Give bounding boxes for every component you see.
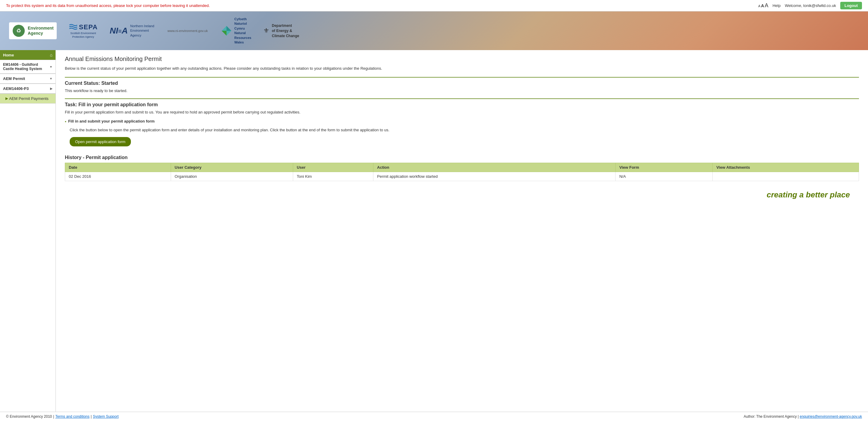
open-permit-application-form-button[interactable]: Open permit application form [70,137,131,146]
footer-author: Author: The Environment Agency [744,415,797,419]
footer: © Environment Agency 2010 | Terms and co… [0,412,868,421]
history-table-body: 02 Dec 2016OrganisationToni KimPermit ap… [65,172,859,181]
history-table-header-row: Date User Category User Action View Form… [65,163,859,172]
task-description: Click the button below to open the permi… [70,127,859,133]
niea-url: www.ni-environment.gov.uk [166,29,209,33]
table-row: 02 Dec 2016OrganisationToni KimPermit ap… [65,172,859,181]
warning-text: To protect this system and its data from… [6,3,210,8]
footer-left: © Environment Agency 2010 | Terms and co… [6,415,119,419]
col-date: Date [65,163,171,172]
ea-text: EnvironmentAgency [28,26,54,36]
svg-marker-5 [222,31,226,36]
task-divider [65,98,859,99]
footer-right: Author: The Environment Agency | enquiri… [744,415,862,419]
col-user: User [293,163,373,172]
font-size-medium[interactable]: A [761,3,764,8]
header-banner: ♻ EnvironmentAgency SEPA Scottish Enviro… [0,11,868,50]
sepa-subtitle: Scottish EnvironmentProtection Agency [70,32,96,39]
top-right-controls: A A A Help Welcome, tonik@sfwltd.co.uk L… [758,2,862,9]
current-status-divider [65,77,859,78]
system-support-link[interactable]: System Support [93,415,119,419]
sidebar-item-aem14406p3[interactable]: AEM14406-P3 ▶ [0,84,56,93]
font-size-large[interactable]: A [765,2,768,9]
chevron-down-icon: ▼ [50,65,53,68]
niea-logo: NI≡A Northern IrelandEnvironmentAgency [110,24,154,38]
task-bullet-text: Fill in and submit your permit applicati… [68,119,155,123]
col-view-attachments: View Attachments [713,163,859,172]
history-table: Date User Category User Action View Form… [65,163,859,181]
home-icon: ⌂ [50,53,53,57]
history-title: History - Permit application [65,155,859,160]
svg-marker-4 [226,26,231,31]
cell-user-category: Organisation [171,172,293,181]
task-intro: Fill in your permit application form and… [65,109,859,115]
sidebar-item-home[interactable]: Home ⌂ [0,50,56,60]
current-status-title: Current Status: Started [65,81,859,86]
sepa-title: SEPA [79,23,98,31]
task-bullet: • Fill in and submit your permit applica… [65,119,859,124]
cnrw-diamond-icon [221,25,232,36]
col-user-category: User Category [171,163,293,172]
intro-text: Below is the current status of your perm… [65,65,859,72]
main-layout: Home ⌂ EM14406 - Guildford Castle Heatin… [0,50,868,412]
warning-bar: To protect this system and its data from… [0,0,868,11]
aem14406p3-label: AEM14406-P3 [3,86,29,91]
sepa-logo: SEPA Scottish EnvironmentProtection Agen… [69,23,98,39]
aem-permit-payments-label: AEM Permit Payments [9,96,49,101]
bullet-dot-icon: • [65,119,66,124]
main-content: Annual Emissions Monitoring Permit Below… [56,50,868,412]
terms-and-conditions-link[interactable]: Terms and conditions [55,415,89,419]
page-title: Annual Emissions Monitoring Permit [65,56,859,62]
sidebar: Home ⌂ EM14406 - Guildford Castle Heatin… [0,50,56,412]
sidebar-item-aem-permit[interactable]: AEM Permit ▼ [0,74,56,84]
chevron-down-icon-2: ▼ [50,77,53,80]
cell-action: Permit application workflow started [373,172,616,181]
logout-button[interactable]: Logout [840,2,862,9]
em14406-label: EM14406 - Guildford Castle Heating Syste… [3,62,50,71]
home-label: Home [3,53,14,57]
history-table-header: Date User Category User Action View Form… [65,163,859,172]
sepa-waves-icon [69,23,78,32]
current-status-text: This workflow is ready to be started. [65,88,859,94]
footer-email-link[interactable]: enquiries@environment-agency.gov.uk [800,415,862,419]
decc-crest-icon: ⚜ [263,27,269,35]
ea-icon: ♻ [12,24,25,37]
cell-view-form: N/A [616,172,713,181]
niea-text: Northern IrelandEnvironmentAgency [130,24,154,38]
font-size-controls: A A A [758,2,768,9]
font-size-small[interactable]: A [758,4,760,8]
sidebar-item-em14406[interactable]: EM14406 - Guildford Castle Heating Syste… [0,60,56,74]
decc-logo: ⚜ Departmentof Energy &Climate Change [263,23,299,38]
task-title: Task: Fill in your permit application fo… [65,102,859,108]
svg-text:♻: ♻ [16,28,21,34]
col-action: Action [373,163,616,172]
environment-agency-logo: ♻ EnvironmentAgency [9,22,57,39]
arrow-right-icon: ▶ [5,96,8,101]
cell-view-attachments [713,172,859,181]
help-link[interactable]: Help [772,3,780,8]
sidebar-item-aem-permit-payments[interactable]: ▶ AEM Permit Payments [0,93,56,104]
cell-date: 02 Dec 2016 [65,172,171,181]
cnrw-text: CyfoethNaturiolCymruNaturalResourcesWale… [234,17,251,45]
cnrw-logo: CyfoethNaturiolCymruNaturalResourcesWale… [221,17,251,45]
decc-text: Departmentof Energy &Climate Change [272,23,299,38]
chevron-right-icon: ▶ [50,87,53,90]
aem-permit-label: AEM Permit [3,76,25,81]
footer-copyright: © Environment Agency 2010 [6,415,52,419]
tagline: creating a better place [65,181,859,202]
cell-user: Toni Kim [293,172,373,181]
col-view-form: View Form [616,163,713,172]
welcome-text: Welcome, tonik@sfwltd.co.uk [785,3,836,8]
niea-abbr: NI≡A [110,26,128,36]
